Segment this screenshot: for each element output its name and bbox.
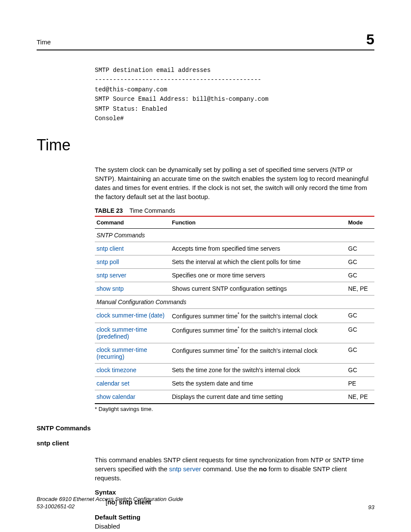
table-footnote: * Daylight savings time.: [95, 406, 374, 412]
table-row: sntp pollSets the interval at which the …: [95, 255, 374, 269]
chapter-number: 5: [366, 31, 374, 48]
table-row: show calendarDisplays the current date a…: [95, 390, 374, 404]
sntp-server-link[interactable]: sntp server: [169, 465, 201, 473]
mode-cell: NE, PE: [346, 390, 374, 404]
function-cell: Specifies one or more time servers: [170, 269, 346, 282]
mode-cell: GC: [346, 343, 374, 364]
table-row: sntp serverSpecifies one or more time se…: [95, 269, 374, 282]
terminal-output: SMTP destination email addresses -------…: [95, 65, 374, 123]
function-cell: Shows current SNTP configuration setting…: [170, 282, 346, 296]
table-row: clock summer-time (date)Configures summe…: [95, 309, 374, 323]
command-link[interactable]: clock summer-time (predefined): [97, 326, 147, 340]
default-setting-label: Default Setting: [95, 513, 374, 521]
page-footer: Brocade 6910 Ethernet Access Switch Conf…: [37, 496, 374, 510]
command-link[interactable]: clock summer-time (recurring): [97, 346, 147, 360]
function-cell: Sets the interval at which the client po…: [170, 255, 346, 269]
table-section-row: Manual Configuration Commands: [95, 296, 374, 309]
function-cell: Configures summer time* for the switch's…: [170, 309, 346, 323]
table-label: TABLE 23: [95, 207, 123, 214]
footer-doc-number: 53-1002651-02: [37, 503, 75, 510]
mode-cell: GC: [346, 309, 374, 323]
default-setting-value: Disabled: [95, 523, 374, 530]
function-cell: Sets the time zone for the switch's inte…: [170, 364, 346, 377]
command-link[interactable]: calendar set: [97, 380, 129, 387]
col-header-function: Function: [170, 216, 346, 229]
mode-cell: GC: [346, 242, 374, 255]
page-header: Time 5: [37, 31, 374, 50]
col-header-command: Command: [95, 216, 170, 229]
function-cell: Configures summer time* for the switch's…: [170, 323, 346, 343]
sntp-commands-heading: SNTP Commands: [37, 424, 374, 432]
header-section-label: Time: [37, 38, 51, 46]
command-link[interactable]: sntp poll: [97, 258, 119, 265]
table-row: sntp clientAccepts time from specified t…: [95, 242, 374, 255]
mode-cell: GC: [346, 269, 374, 282]
syntax-label: Syntax: [95, 488, 374, 496]
mode-cell: PE: [346, 377, 374, 390]
function-cell: Accepts time from specified time servers: [170, 242, 346, 255]
command-link[interactable]: show calendar: [97, 393, 135, 400]
command-link[interactable]: show sntp: [97, 285, 124, 292]
mode-cell: GC: [346, 364, 374, 377]
commands-table: Command Function Mode SNTP Commandssntp …: [95, 216, 374, 404]
table-row: clock summer-time (predefined)Configures…: [95, 323, 374, 343]
mode-cell: GC: [346, 255, 374, 269]
function-cell: Sets the system date and time: [170, 377, 346, 390]
table-caption: TABLE 23 Time Commands: [95, 207, 374, 214]
sntp-client-description: This command enables SNTP client request…: [95, 455, 374, 482]
command-link[interactable]: clock timezone: [97, 367, 137, 373]
function-cell: Displays the current date and time setti…: [170, 390, 346, 404]
command-link[interactable]: clock summer-time (date): [97, 312, 165, 319]
command-link[interactable]: sntp client: [97, 245, 124, 252]
table-section-row: SNTP Commands: [95, 229, 374, 242]
sntp-client-heading: sntp client: [37, 439, 374, 447]
table-row: clock timezoneSets the time zone for the…: [95, 364, 374, 377]
mode-cell: GC: [346, 323, 374, 343]
command-link[interactable]: sntp server: [97, 272, 126, 279]
footer-doc-title: Brocade 6910 Ethernet Access Switch Conf…: [37, 496, 183, 502]
col-header-mode: Mode: [346, 216, 374, 229]
table-section-heading: SNTP Commands: [95, 229, 374, 242]
function-cell: Configures summer time* for the switch's…: [170, 343, 346, 364]
table-section-heading: Manual Configuration Commands: [95, 296, 374, 309]
section-title: Time: [37, 136, 374, 154]
mode-cell: NE, PE: [346, 282, 374, 296]
page-number: 93: [368, 504, 374, 510]
table-title: Time Commands: [129, 207, 175, 214]
table-row: calendar setSets the system date and tim…: [95, 377, 374, 390]
table-row: show sntpShows current SNTP configuratio…: [95, 282, 374, 296]
intro-paragraph: The system clock can be dynamically set …: [95, 165, 374, 201]
table-row: clock summer-time (recurring)Configures …: [95, 343, 374, 364]
